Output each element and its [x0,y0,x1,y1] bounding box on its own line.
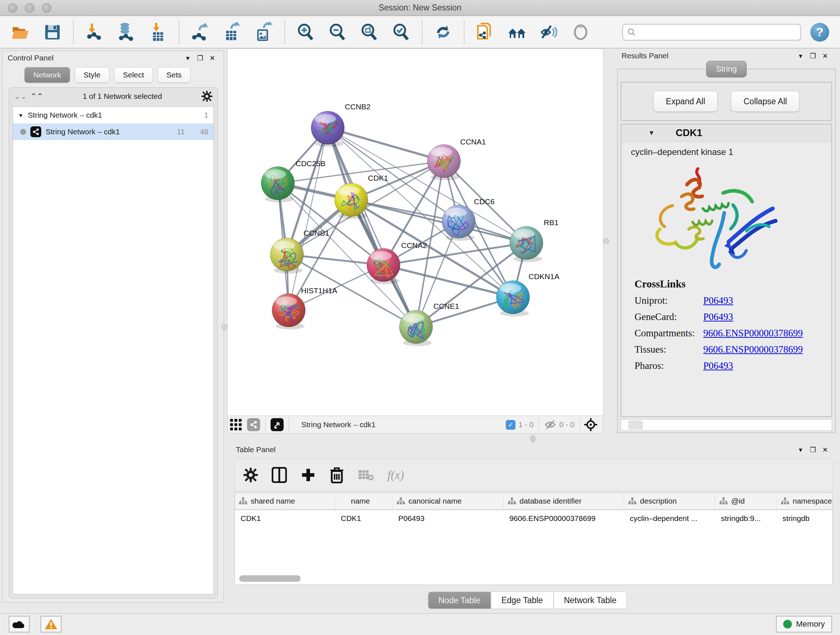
right-splitter-grip[interactable] [603,238,609,244]
network-canvas[interactable]: CCNB2CCNA1CDC25BCDK1CDC6RB1CCNB1CCNA2CDK… [227,49,603,416]
network-options-gear-icon[interactable] [202,91,212,102]
search-input[interactable] [639,28,796,36]
show-columns-icon[interactable] [272,467,287,483]
hide-graphics-details-icon[interactable] [538,22,559,43]
results-entry-header[interactable]: ▼ CDK1 [622,125,831,142]
table-cell[interactable]: stringdb:9... [715,510,777,527]
column-header-namespace[interactable]: namespace [777,493,833,509]
panel-float-icon[interactable]: ❒ [194,54,206,62]
network-edge-CCNB2-CCNE1[interactable] [328,128,416,327]
expand-all-networks-icon[interactable]: ⌃⌃ [30,92,43,101]
left-splitter-grip[interactable] [221,325,227,330]
table-settings-gear-icon[interactable] [243,468,258,482]
memory-button[interactable]: Memory [776,616,832,632]
results-panel-float-icon[interactable]: ❒ [807,52,819,60]
tab-node-table[interactable]: Node Table [428,592,491,609]
network-collection-row[interactable]: ▼ String Network – cdk1 1 [13,107,213,124]
column-header-name[interactable]: name [335,493,393,509]
collapse-triangle-icon[interactable]: ▼ [18,112,24,119]
entry-collapse-triangle-icon[interactable]: ▼ [648,129,655,137]
refresh-icon[interactable] [433,22,454,43]
tab-network[interactable]: Network [24,67,70,83]
crosslink-value-link[interactable]: 9606.ENSP00000378699 [703,344,803,355]
import-network-file-icon[interactable] [84,22,105,43]
column-header-database-identifier[interactable]: database identifier [504,493,624,509]
table-cell[interactable]: 9606.ENSP00000378699 [504,510,624,527]
network-edge-CCNB2-CCNA1[interactable] [328,128,444,161]
import-network-database-icon[interactable] [116,22,137,43]
delete-column-icon[interactable] [330,467,344,483]
table-cell[interactable]: stringdb [777,510,833,527]
zoom-in-icon[interactable] [295,22,316,43]
network-node-label-CCNA1: CCNA1 [460,138,486,146]
tab-network-table[interactable]: Network Table [554,592,627,609]
table-panel-close-icon[interactable]: ✕ [819,446,831,454]
table-panel-float-icon[interactable]: ❒ [807,446,819,454]
results-expand-collapse-box: Expand All Collapse All [621,82,832,121]
zoom-out-icon[interactable] [327,22,348,43]
zoom-selected-icon[interactable] [391,22,412,43]
open-session-icon[interactable] [10,22,31,43]
export-network-icon[interactable] [189,22,210,43]
panel-close-icon[interactable]: ✕ [206,54,218,62]
tab-string[interactable]: String [706,61,747,78]
table-scrollbar-thumb[interactable] [239,575,301,582]
results-panel-close-icon[interactable]: ✕ [819,52,831,60]
grid-view-icon[interactable] [227,417,244,432]
network-share-view-icon[interactable] [247,418,260,431]
crosslinks-section: CrossLinks Uniprot:P06493GeneCard:P06493… [622,274,831,371]
add-column-icon[interactable] [301,467,316,483]
table-cell[interactable]: P06493 [393,510,504,527]
table-cell[interactable]: cyclin–dependent ... [624,510,715,527]
table-cell[interactable]: CDK1 [235,510,335,527]
save-session-icon[interactable] [42,22,63,43]
crosslink-row: Pharos:P06493 [635,360,831,371]
network-node-label-CCNA2: CCNA2 [401,241,427,249]
collapse-all-button[interactable]: Collapse All [731,91,799,112]
collapse-all-networks-icon[interactable]: ⌄⌄ [14,92,27,101]
home-pair-icon[interactable] [507,22,527,43]
tab-edge-table[interactable]: Edge Table [491,592,554,609]
tab-style[interactable]: Style [74,67,110,83]
table-cell[interactable]: CDK1 [335,510,393,527]
collection-count: 1 [204,111,208,119]
panel-menu-icon[interactable]: ▾ [182,54,194,62]
network-row-selected[interactable]: String Network – cdk1 11 48 [13,124,213,140]
crosslink-value-link[interactable]: P06493 [703,360,733,371]
network-edge-CDK1-RB1[interactable] [351,200,526,243]
table-row[interactable]: CDK1CDK1P064939606.ENSP00000378699cyclin… [235,510,832,527]
export-image-icon[interactable] [253,22,274,43]
column-header-description[interactable]: description [624,493,715,509]
table-panel-menu-icon[interactable]: ▾ [794,446,807,454]
birdseye-view-icon[interactable] [271,418,284,431]
network-edge-CCNB2-HIST1H1A[interactable] [289,128,328,310]
import-table-file-icon[interactable] [148,22,169,43]
show-graphics-details-icon[interactable] [570,22,591,43]
delete-table-icon[interactable] [358,469,374,481]
fit-content-crosshair-icon[interactable] [584,417,598,432]
selected-checkbox-icon[interactable]: ✓ [506,420,515,430]
warning-button[interactable] [41,616,62,632]
tab-select[interactable]: Select [114,67,153,83]
export-table-icon[interactable] [221,22,242,43]
results-panel-menu-icon[interactable]: ▾ [794,52,807,60]
results-scrollbar-thumb[interactable] [628,421,643,429]
column-header-shared-name[interactable]: shared name [235,493,335,509]
string-protein-query-icon[interactable] [475,22,496,43]
crosslink-value-link[interactable]: P06493 [703,295,733,306]
tab-sets[interactable]: Sets [157,67,191,83]
column-header-@id[interactable]: @id [715,493,777,509]
cloud-button[interactable] [9,616,30,632]
crosslink-value-link[interactable]: 9606.ENSP00000378699 [703,328,803,339]
horizontal-splitter-grip[interactable] [531,435,535,442]
results-scrollbar[interactable] [621,419,832,431]
search-box[interactable] [622,24,801,41]
table-toolbar: f(x) [234,459,833,491]
crosslink-value-link[interactable]: P06493 [703,311,733,323]
network-edge-count: 48 [200,127,208,136]
column-header-canonical-name[interactable]: canonical name [393,493,504,509]
node-table[interactable]: shared namenamecanonical namedatabase id… [234,492,833,585]
help-button[interactable]: ? [810,23,829,42]
expand-all-button[interactable]: Expand All [653,91,718,112]
zoom-fit-icon[interactable] [359,22,380,43]
